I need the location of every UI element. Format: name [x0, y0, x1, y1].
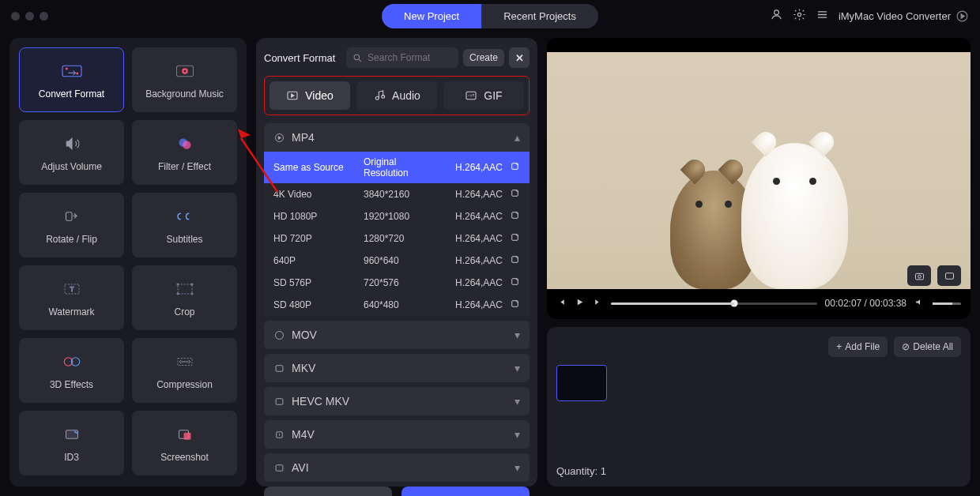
tool-screenshot[interactable]: Screenshot [132, 411, 237, 475]
tool-label: Filter / Effect [158, 161, 211, 172]
preset-name: SD 576P [273, 277, 360, 288]
svg-point-0 [775, 10, 779, 15]
format-panel: Convert Format Create ✕ Video Audio GIF … [256, 38, 537, 487]
preset-resolution: 3840*2160 [364, 189, 438, 200]
preset-row[interactable]: 4K Video3840*2160H.264,AAC [264, 183, 530, 205]
preset-name: SD 480P [273, 299, 360, 310]
svg-rect-39 [276, 365, 283, 371]
file-thumbnail[interactable] [556, 365, 607, 401]
gear-icon[interactable] [793, 8, 806, 24]
tool-id3[interactable]: ID3 [19, 411, 124, 475]
preset-resolution: 720*576 [364, 277, 438, 288]
app-title: iMyMac Video Converter [839, 9, 969, 23]
tab-gif[interactable]: GIF [443, 81, 524, 110]
reset-button[interactable]: Reset [264, 487, 392, 496]
tool-rotate-flip[interactable]: Rotate / Flip [19, 193, 124, 257]
close-icon[interactable]: ✕ [509, 47, 530, 68]
account-icon[interactable] [770, 8, 783, 24]
window-controls[interactable] [11, 12, 48, 21]
tool-compression[interactable]: Compression [132, 338, 237, 403]
tool-crop[interactable]: Crop [132, 265, 237, 330]
preset-row[interactable]: Same as SourceOriginal ResolutionH.264,A… [264, 152, 530, 183]
preset-name: 4K Video [273, 189, 360, 200]
format-group-hevc-mkv: HEVC MKV▾ [264, 387, 530, 415]
preset-row[interactable]: 640P960*640H.264,AAC [264, 250, 530, 272]
chevron-down-icon: ▾ [514, 461, 520, 474]
fullscreen-icon[interactable] [937, 265, 961, 286]
snapshot-icon[interactable] [907, 265, 931, 286]
edit-icon[interactable] [506, 161, 520, 174]
svg-point-1 [797, 13, 801, 16]
tool-label: Rotate / Flip [46, 234, 97, 245]
svg-rect-42 [276, 464, 283, 471]
prev-icon[interactable] [556, 297, 567, 310]
edit-icon[interactable] [506, 232, 520, 245]
format-group-avi: AVI▾ [264, 453, 530, 482]
svg-rect-22 [66, 430, 77, 439]
svg-rect-43 [915, 273, 923, 280]
tool-background-music[interactable]: Background Music [132, 47, 237, 112]
tool-convert-format[interactable]: Convert Format [19, 47, 124, 112]
project-tabs: New Project Recent Projects [382, 4, 598, 28]
tab-new-project[interactable]: New Project [382, 4, 481, 28]
tool-label: ID3 [64, 452, 79, 463]
save-button[interactable]: Save [401, 487, 530, 496]
delete-all-button[interactable]: ⊘Delete All [894, 336, 961, 357]
tab-recent-projects[interactable]: Recent Projects [481, 4, 598, 28]
search-format[interactable] [346, 47, 458, 68]
add-file-button[interactable]: +Add File [828, 336, 888, 357]
svg-point-15 [176, 284, 178, 285]
preset-row[interactable]: SD 480P640*480H.264,AAC [264, 294, 530, 316]
preset-row[interactable]: SD 576P720*576H.264,AAC [264, 272, 530, 294]
preset-resolution: 960*640 [364, 255, 438, 266]
tab-audio[interactable]: Audio [356, 81, 437, 110]
create-button[interactable]: Create [463, 49, 504, 66]
progress-bar[interactable] [611, 302, 817, 305]
chevron-down-icon: ▾ [514, 428, 520, 441]
search-input[interactable] [368, 52, 452, 63]
tool-adjust-volume[interactable]: Adjust Volume [19, 120, 124, 185]
tool-watermark[interactable]: T Watermark [19, 265, 124, 330]
tool-label: Watermark [48, 306, 94, 318]
format-group-m4v: M4V▾ [264, 420, 530, 449]
preset-resolution: 1280*720 [364, 233, 438, 244]
edit-icon[interactable] [506, 254, 520, 267]
menu-icon[interactable] [816, 8, 829, 24]
preset-row[interactable]: HD 720P1280*720H.264,AAC [264, 227, 530, 250]
tab-video[interactable]: Video [270, 81, 350, 110]
tool-label: Subtitles [166, 234, 202, 245]
preset-row[interactable]: HD 1080P1920*1080H.264,AAC [264, 205, 530, 227]
format-group-mkv: MKV▾ [264, 354, 530, 382]
preset-name: HD 1080P [273, 211, 360, 222]
svg-point-25 [354, 54, 359, 59]
svg-point-18 [190, 293, 192, 295]
tool-subtitles[interactable]: Subtitles [132, 193, 237, 257]
svg-point-4 [65, 68, 67, 70]
preset-resolution: Original Resolution [364, 156, 438, 178]
edit-icon[interactable] [506, 299, 520, 311]
chevron-up-icon: ▴ [514, 131, 520, 144]
preset-codec: H.264,AAC [441, 211, 503, 222]
format-group-mp4: MP4▴ Same as SourceOriginal ResolutionH.… [264, 123, 530, 316]
play-icon[interactable] [575, 297, 585, 310]
edit-icon[interactable] [506, 276, 520, 289]
tool-3d-effects[interactable]: 3D Effects [19, 338, 124, 403]
group-header[interactable]: MP4▴ [264, 123, 530, 152]
tool-filter-effect[interactable]: Filter / Effect [132, 120, 237, 185]
volume-icon[interactable] [914, 297, 925, 310]
volume-slider[interactable] [933, 302, 961, 305]
time-display: 00:02:07 / 00:03:38 [825, 298, 906, 309]
edit-icon[interactable] [506, 188, 520, 201]
svg-point-38 [276, 331, 284, 339]
tool-label: Convert Format [39, 88, 104, 100]
tools-sidebar: Convert Format Background Music Adjust V… [9, 38, 247, 487]
preset-codec: H.264,AAC [441, 189, 503, 200]
format-type-tabs: Video Audio GIF [264, 76, 530, 115]
preset-resolution: 640*480 [364, 299, 438, 310]
edit-icon[interactable] [506, 210, 520, 223]
preview-frame [547, 52, 971, 289]
svg-rect-45 [945, 272, 953, 279]
next-icon[interactable] [593, 297, 603, 310]
chevron-down-icon: ▾ [514, 362, 520, 374]
preset-codec: H.264,AAC [441, 162, 503, 173]
